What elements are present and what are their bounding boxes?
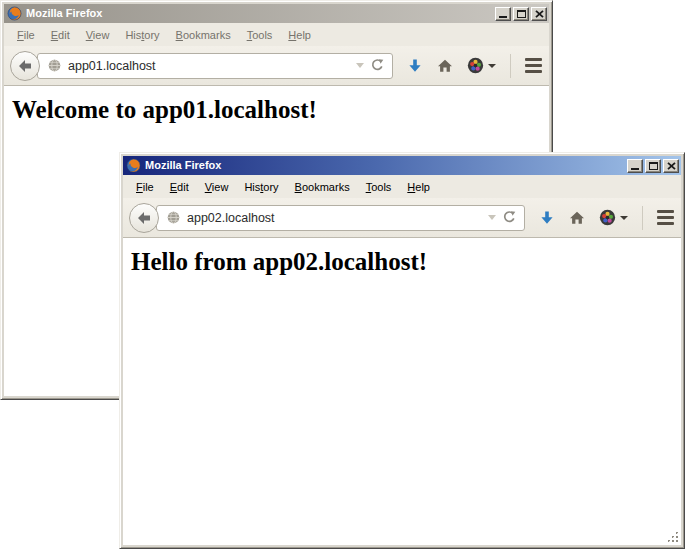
navigation-toolbar: app01.localhost: [4, 46, 549, 86]
page-heading: Welcome to app01.localhost!: [12, 96, 539, 124]
menu-item-help[interactable]: Help: [280, 26, 319, 44]
menu-bar: File Edit View History Bookmarks Tools H…: [4, 23, 549, 46]
hamburger-menu-button[interactable]: [525, 58, 542, 73]
globe-icon[interactable]: [47, 58, 62, 73]
color-wheel-icon: [467, 57, 484, 74]
menu-item-view[interactable]: View: [197, 178, 237, 196]
navigation-toolbar: app02.localhost: [123, 198, 681, 238]
titlebar[interactable]: Mozilla Firefox: [123, 156, 681, 175]
menu-item-help[interactable]: Help: [399, 178, 438, 196]
url-bar[interactable]: app01.localhost: [37, 53, 393, 79]
urlbar-dropdown-icon[interactable]: [488, 215, 496, 220]
menu-item-bookmarks[interactable]: Bookmarks: [287, 178, 358, 196]
home-button[interactable]: [569, 210, 585, 226]
home-icon: [437, 58, 453, 74]
back-arrow-icon: [136, 210, 152, 226]
menu-item-view[interactable]: View: [78, 26, 118, 44]
globe-icon[interactable]: [166, 210, 181, 225]
desktop: Mozilla Firefox File Edit View History B…: [0, 0, 688, 551]
toolbar-separator: [510, 54, 511, 78]
close-button[interactable]: [663, 159, 679, 173]
url-text: app02.localhost: [187, 211, 482, 225]
back-button[interactable]: [129, 203, 159, 233]
firefox-window-app02: Mozilla Firefox File Edit View History B…: [119, 152, 685, 549]
page-heading: Hello from app02.localhost!: [131, 248, 671, 276]
maximize-button[interactable]: [513, 7, 529, 21]
menu-item-file[interactable]: File: [9, 26, 43, 44]
download-icon: [407, 58, 423, 74]
urlbar-dropdown-icon[interactable]: [356, 63, 364, 68]
minimize-button[interactable]: [627, 159, 643, 173]
dropdown-caret-icon: [488, 64, 496, 68]
minimize-icon: [499, 16, 507, 18]
close-icon: [535, 10, 544, 18]
window-controls: [625, 159, 679, 173]
window-title: Mozilla Firefox: [26, 4, 489, 23]
window-title: Mozilla Firefox: [145, 156, 621, 175]
window-controls: [493, 7, 547, 21]
menu-bar: File Edit View History Bookmarks Tools H…: [123, 175, 681, 198]
home-icon: [569, 210, 585, 226]
download-button[interactable]: [539, 210, 555, 226]
titlebar[interactable]: Mozilla Firefox: [4, 4, 549, 23]
menu-item-tools[interactable]: Tools: [358, 178, 400, 196]
menu-item-edit[interactable]: Edit: [162, 178, 197, 196]
reload-icon[interactable]: [502, 210, 517, 225]
close-button[interactable]: [531, 7, 547, 21]
menu-item-edit[interactable]: Edit: [43, 26, 78, 44]
url-text: app01.localhost: [68, 59, 350, 73]
firefox-logo-icon: [126, 158, 141, 173]
menu-item-history[interactable]: History: [236, 178, 286, 196]
page-content: Hello from app02.localhost!: [123, 238, 681, 545]
app-color-button[interactable]: [467, 57, 496, 74]
maximize-icon: [517, 10, 526, 18]
resize-grip[interactable]: [667, 531, 680, 544]
home-button[interactable]: [437, 58, 453, 74]
hamburger-icon: [657, 210, 674, 213]
url-bar[interactable]: app02.localhost: [156, 205, 525, 231]
maximize-button[interactable]: [645, 159, 661, 173]
back-arrow-icon: [17, 58, 33, 74]
minimize-button[interactable]: [495, 7, 511, 21]
maximize-icon: [649, 162, 658, 170]
menu-item-file[interactable]: File: [128, 178, 162, 196]
dropdown-caret-icon: [620, 216, 628, 220]
download-icon: [539, 210, 555, 226]
reload-icon[interactable]: [370, 58, 385, 73]
menu-item-bookmarks[interactable]: Bookmarks: [168, 26, 239, 44]
hamburger-menu-button[interactable]: [657, 210, 674, 225]
hamburger-icon: [525, 58, 542, 61]
close-icon: [667, 162, 676, 170]
download-button[interactable]: [407, 58, 423, 74]
toolbar-separator: [642, 206, 643, 230]
app-color-button[interactable]: [599, 209, 628, 226]
firefox-logo-icon: [7, 6, 22, 21]
menu-item-tools[interactable]: Tools: [239, 26, 281, 44]
minimize-icon: [631, 168, 639, 170]
color-wheel-icon: [599, 209, 616, 226]
menu-item-history[interactable]: History: [117, 26, 167, 44]
back-button[interactable]: [10, 51, 40, 81]
